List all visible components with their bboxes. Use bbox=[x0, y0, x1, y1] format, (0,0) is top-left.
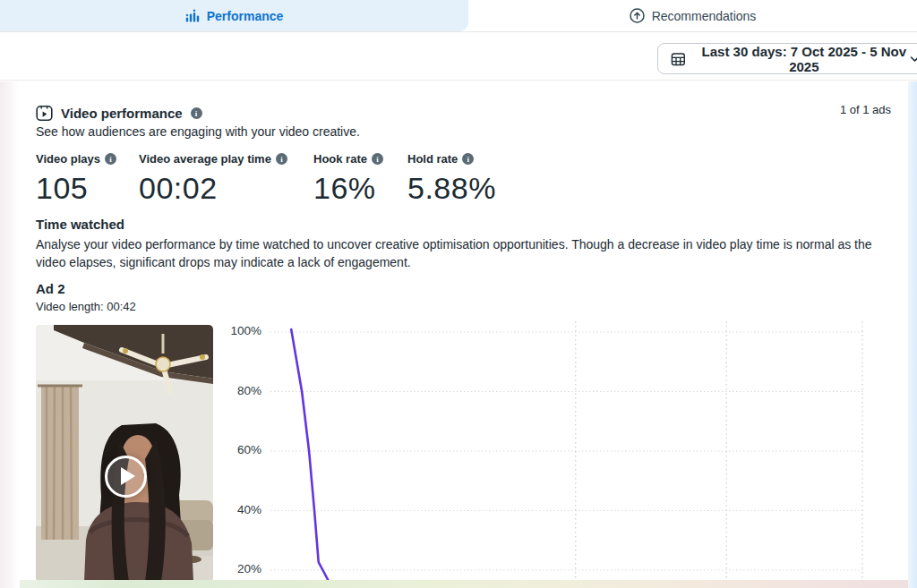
y-axis-tick: 20% bbox=[215, 562, 261, 575]
date-range-label: Last 30 days: 7 Oct 2025 - 5 Nov 2025 bbox=[694, 44, 914, 74]
tab-recommendations[interactable]: Recommendations bbox=[468, 0, 917, 31]
date-range-button[interactable]: Last 30 days: 7 Oct 2025 - 5 Nov 2025 bbox=[657, 43, 917, 74]
tab-performance[interactable]: Performance bbox=[0, 0, 468, 31]
metric-hook-rate: Hook ratei 16% bbox=[313, 152, 383, 206]
info-icon[interactable]: i bbox=[105, 153, 116, 165]
play-icon[interactable] bbox=[105, 456, 147, 498]
metric-hold-rate: Hold ratei 5.88% bbox=[407, 152, 496, 206]
video-length-label: Video length: 00:42 bbox=[36, 300, 136, 313]
ad-name: Ad 2 bbox=[36, 281, 65, 296]
ads-counter: 1 of 1 ads bbox=[840, 103, 891, 116]
metric-label: Hold rate bbox=[407, 152, 458, 166]
time-watched-title: Time watched bbox=[36, 217, 124, 232]
ads-reporting-screen: Performance Recommendations Last 30 days… bbox=[0, 0, 917, 588]
metric-label: Hook rate bbox=[313, 152, 367, 166]
metric-video-plays: Video playsi 105 bbox=[36, 152, 116, 206]
metric-avg-play-time: Video average play timei 00:02 bbox=[139, 152, 287, 206]
info-icon[interactable]: i bbox=[372, 153, 383, 165]
calendar-icon bbox=[671, 51, 686, 67]
y-axis-tick: 60% bbox=[215, 443, 261, 456]
metric-value: 00:02 bbox=[139, 171, 287, 206]
metric-label: Video average play time bbox=[139, 152, 271, 166]
time-watched-description: Analyse your video performance by time w… bbox=[36, 235, 888, 271]
metric-label: Video plays bbox=[36, 152, 100, 166]
arrow-up-circle-icon bbox=[630, 8, 645, 23]
section-subtitle: See how audiences are engaging with your… bbox=[36, 124, 360, 139]
info-icon[interactable]: i bbox=[191, 107, 202, 119]
video-thumbnail-scene bbox=[36, 325, 213, 582]
bar-chart-icon bbox=[185, 9, 200, 22]
video-performance-header: Video performance i bbox=[36, 105, 202, 122]
y-axis-tick: 80% bbox=[215, 384, 261, 397]
info-icon[interactable]: i bbox=[462, 153, 474, 165]
page-left-gutter bbox=[0, 81, 18, 588]
metric-value: 105 bbox=[36, 171, 116, 206]
y-axis-tick: 100% bbox=[215, 324, 261, 337]
time-watched-chart[interactable] bbox=[270, 318, 864, 588]
tab-bar: Performance Recommendations bbox=[0, 0, 917, 32]
metric-value: 5.88% bbox=[407, 171, 496, 206]
y-axis-tick: 40% bbox=[215, 503, 261, 516]
section-title: Video performance bbox=[61, 106, 183, 121]
chart-y-axis: 100%80%60%40%20% bbox=[215, 318, 261, 588]
chevron-down-icon bbox=[910, 55, 917, 63]
report-toolbar: Last 30 days: 7 Oct 2025 - 5 Nov 2025 bbox=[0, 33, 917, 81]
metric-value: 16% bbox=[313, 171, 383, 206]
video-filmstrip bbox=[20, 580, 908, 588]
side-panel-edge bbox=[908, 81, 917, 588]
tab-performance-label: Performance bbox=[207, 9, 284, 23]
video-thumbnail[interactable] bbox=[36, 325, 213, 582]
video-reel-icon bbox=[36, 105, 53, 122]
tab-recommendations-label: Recommendations bbox=[652, 9, 757, 23]
info-icon[interactable]: i bbox=[276, 153, 287, 165]
